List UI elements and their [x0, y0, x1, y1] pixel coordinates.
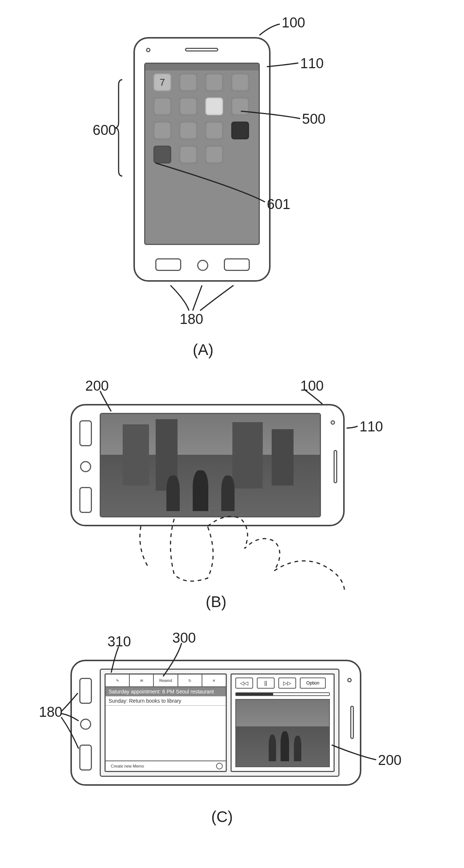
pause-button[interactable]: ||	[257, 677, 275, 689]
memo-line-1: Saturday appointment: 6 PM Seoul restaur…	[106, 687, 226, 696]
ref-label-500: 500	[302, 111, 325, 127]
toolbar-close-icon[interactable]: ✕	[202, 675, 226, 686]
app-icon-apps-grid[interactable]	[231, 73, 249, 91]
progress-bar[interactable]	[235, 692, 330, 696]
video-window: ◁◁ || ▷▷ Option	[231, 673, 335, 772]
toolbar-edit-icon[interactable]: ✎	[106, 675, 130, 686]
touchscreen[interactable]: 7	[144, 63, 260, 245]
toolbar-resend-label: Resend	[159, 679, 172, 683]
memo-window: ✎ ✉ Resend ↻ ✕ Saturday appointment: 6 P…	[105, 673, 227, 772]
home-button[interactable]	[197, 260, 208, 271]
ref-label-300: 300	[172, 630, 196, 646]
prev-button[interactable]: ◁◁	[235, 677, 253, 689]
next-button[interactable]: ▷▷	[278, 677, 296, 689]
back-soft-button[interactable]	[79, 745, 92, 771]
ref-label-180-a: 180	[180, 311, 203, 327]
status-bar	[145, 64, 259, 70]
app-icon-settings[interactable]	[205, 146, 223, 163]
video-playback-content	[101, 414, 320, 516]
menu-soft-button[interactable]	[79, 420, 92, 446]
app-icon-notes[interactable]	[153, 97, 171, 115]
memo-line-2: Sunday: Return books to library	[106, 696, 226, 706]
ref-label-180-c: 180	[39, 704, 62, 720]
toolbar-resend-icon[interactable]: Resend	[154, 675, 178, 686]
ref-label-200-c: 200	[378, 752, 401, 768]
ref-label-200: 200	[85, 378, 109, 394]
touchscreen[interactable]	[100, 413, 321, 517]
ref-label-110: 110	[300, 56, 324, 72]
app-icon-gallery[interactable]	[153, 146, 171, 163]
earpiece-icon	[350, 706, 354, 739]
app-icon-calendar2[interactable]	[231, 97, 249, 115]
app-icon-dark[interactable]	[231, 122, 249, 139]
ref-label-100: 100	[282, 15, 305, 31]
app-icon-misc1[interactable]	[153, 122, 171, 139]
figure-c: ✎ ✉ Resend ↻ ✕ Saturday appointment: 6 P…	[59, 652, 385, 801]
home-button[interactable]	[80, 461, 91, 472]
front-camera-icon	[331, 420, 335, 425]
memo-toolbar: ✎ ✉ Resend ↻ ✕	[106, 675, 226, 687]
app-icon-camera[interactable]	[205, 97, 223, 115]
front-camera-icon	[146, 48, 150, 52]
ref-label-110-b: 110	[359, 419, 383, 435]
memo-body[interactable]	[106, 706, 226, 758]
figure-label-a: (A)	[193, 341, 213, 359]
app-icon-weather[interactable]	[179, 146, 197, 163]
toolbar-refresh-icon[interactable]: ↻	[178, 675, 202, 686]
phone-body: 7	[133, 37, 271, 282]
front-camera-icon	[347, 678, 352, 682]
app-icon-facebook[interactable]	[205, 122, 223, 139]
phone-body-landscape: ✎ ✉ Resend ↻ ✕ Saturday appointment: 6 P…	[70, 660, 361, 786]
back-soft-button[interactable]	[224, 258, 250, 271]
ref-label-310: 310	[107, 634, 131, 650]
create-memo-button[interactable]: Create new Memo	[109, 763, 146, 769]
app-icon-browser[interactable]	[205, 73, 223, 91]
home-button[interactable]	[80, 719, 91, 730]
ref-label-601: 601	[267, 196, 290, 212]
app-icon-ebook[interactable]	[179, 122, 197, 139]
earpiece-icon	[334, 450, 337, 483]
app-icon-chat[interactable]	[179, 97, 197, 115]
toolbar-mail-icon[interactable]: ✉	[130, 675, 154, 686]
touchscreen[interactable]: ✎ ✉ Resend ↻ ✕ Saturday appointment: 6 P…	[100, 669, 339, 777]
add-icon[interactable]	[216, 763, 223, 769]
app-icon-contacts[interactable]	[179, 73, 197, 91]
phone-body-landscape	[70, 404, 345, 526]
option-button[interactable]: Option	[300, 677, 326, 689]
figure-label-c: (C)	[211, 808, 233, 826]
figure-label-b: (B)	[206, 593, 226, 611]
earpiece-icon	[185, 48, 218, 52]
menu-soft-button[interactable]	[79, 678, 92, 704]
ref-label-600: 600	[93, 122, 116, 138]
ref-label-100-b: 100	[300, 378, 324, 394]
app-icon-calendar[interactable]: 7	[153, 73, 171, 91]
video-thumbnail[interactable]	[235, 699, 330, 767]
figure-b	[59, 393, 378, 563]
menu-soft-button[interactable]	[155, 258, 181, 271]
back-soft-button[interactable]	[79, 487, 92, 513]
